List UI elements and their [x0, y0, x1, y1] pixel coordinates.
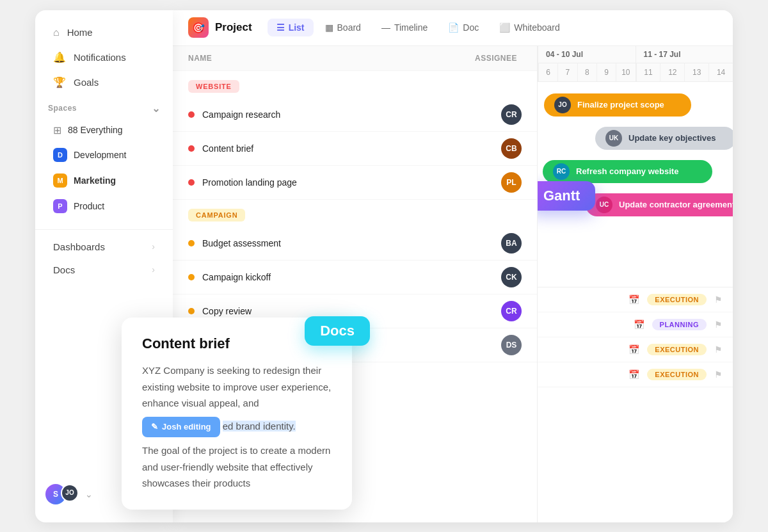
calendar-icon: 📅 — [628, 294, 639, 305]
list-icon: ☰ — [276, 22, 285, 33]
bar-label-3: Refresh company website — [576, 166, 678, 176]
campaign-badge: CAMPAIGN — [188, 209, 245, 222]
everything-count: 88 Everything — [68, 125, 123, 135]
marketing-badge: M — [53, 173, 67, 188]
sidebar-item-notifications-label: Notifications — [74, 52, 126, 63]
edit-icon: ✎ — [151, 420, 158, 434]
trophy-icon: 🏆 — [53, 76, 66, 88]
sidebar-item-goals-label: Goals — [74, 77, 99, 88]
right-row: 📅 PLANNING ⚑ — [538, 312, 733, 337]
dashboards-label: Dashboards — [53, 241, 144, 252]
gantt-day: 8 — [577, 63, 596, 81]
assignee-avatar: BA — [501, 233, 522, 254]
bell-icon: 🔔 — [53, 51, 66, 63]
bar-label-2: Update key objectives — [628, 133, 716, 143]
docs-label: Docs — [53, 264, 144, 275]
status-badge: PLANNING — [652, 319, 707, 330]
gantt-days-2: 11 12 13 14 — [636, 63, 733, 81]
task-dot — [188, 179, 195, 186]
gantt-bar-update: UK Update key objectives — [595, 127, 733, 150]
flag-icon: ⚑ — [714, 344, 723, 355]
tab-timeline[interactable]: ― Timeline — [372, 19, 436, 36]
task-row[interactable]: Campaign research CR — [173, 98, 537, 132]
task-row[interactable]: Budget assessment BA — [173, 227, 537, 261]
assignee-avatar: CR — [501, 104, 522, 125]
assignee-avatar: CR — [501, 301, 522, 321]
status-badge: EXECUTION — [647, 294, 707, 305]
chevron-down-icon: ⌄ — [85, 489, 93, 499]
gantt-panel: 04 - 10 Jul 6 7 8 9 10 11 - 17 Jul 11 — [538, 46, 733, 522]
docs-bubble: Docs — [305, 316, 370, 346]
sidebar-item-everything[interactable]: ⊞ 88 Everything — [40, 119, 168, 141]
avatar-secondary: JO — [61, 484, 79, 502]
flag-icon: ⚑ — [714, 294, 723, 305]
gantt-bar-finalize: JO Finalize project scope — [544, 93, 691, 117]
task-row[interactable]: Promotion landing page PL — [173, 166, 537, 200]
spaces-collapse-icon[interactable]: ⌄ — [152, 102, 161, 115]
calendar-icon: 📅 — [628, 369, 639, 380]
bar-avatar-1: JO — [554, 97, 571, 113]
gantt-label-bubble: Gantt — [538, 181, 595, 211]
project-title: Project — [215, 21, 252, 34]
docs-paragraph-2: The goal of the project is to create a m… — [142, 442, 332, 492]
week-label-1: 04 - 10 Jul — [538, 46, 636, 63]
task-row[interactable]: Content brief CB — [173, 132, 537, 166]
tab-doc[interactable]: 📄 Doc — [439, 19, 488, 36]
calendar-icon: 📅 — [628, 344, 639, 355]
gantt-day: 13 — [684, 63, 708, 81]
task-name: Campaign kickoff — [202, 272, 493, 282]
sidebar-item-marketing[interactable]: M Marketing — [40, 168, 168, 193]
avatar-container: S JO — [45, 484, 79, 504]
josh-editing-label: Josh editing — [162, 420, 211, 434]
doc-icon: 📄 — [448, 22, 459, 33]
sidebar-item-notifications[interactable]: 🔔 Notifications — [40, 45, 168, 69]
chevron-right-icon: › — [152, 241, 155, 252]
project-icon: 🎯 — [188, 17, 209, 38]
docs-paragraph-1: XYZ Company is seeking to redesign their… — [142, 362, 332, 412]
gantt-header: 04 - 10 Jul 6 7 8 9 10 11 - 17 Jul 11 — [538, 46, 733, 82]
col-assignee: ASSIGNEE — [470, 54, 522, 63]
grid-icon: ⊞ — [53, 124, 61, 136]
sidebar-item-product[interactable]: P Product — [40, 194, 168, 218]
assignee-avatar: CK — [501, 267, 522, 287]
board-icon: ▦ — [325, 22, 333, 33]
status-badge: EXECUTION — [647, 369, 707, 380]
timeline-icon: ― — [381, 22, 390, 33]
task-dot — [188, 308, 195, 314]
website-badge: WEBSITE — [188, 80, 239, 93]
gantt-days-1: 6 7 8 9 10 — [538, 63, 636, 81]
sidebar-item-goals[interactable]: 🏆 Goals — [40, 70, 168, 94]
gantt-day: 11 — [636, 63, 660, 81]
task-name: Campaign research — [202, 109, 493, 120]
task-row[interactable]: Campaign kickoff CK — [173, 261, 537, 294]
gantt-day: 10 — [616, 63, 635, 81]
flag-icon: ⚑ — [714, 319, 723, 330]
docs-highlighted-text: ed brand identity. — [223, 421, 296, 431]
task-dot — [188, 274, 195, 280]
tab-list[interactable]: ☰ List — [268, 19, 314, 36]
gantt-day: 9 — [596, 63, 616, 81]
sidebar-item-docs[interactable]: Docs › — [40, 259, 168, 281]
product-badge: P — [53, 199, 67, 213]
assignee-avatar: DS — [501, 335, 522, 355]
whiteboard-icon: ⬜ — [499, 22, 510, 33]
right-row: 📅 EXECUTION ⚑ — [538, 362, 733, 387]
sidebar-item-development[interactable]: D Development — [40, 143, 168, 167]
flag-icon: ⚑ — [714, 369, 723, 380]
gantt-bar-refresh: RC Refresh company website — [543, 160, 712, 183]
tab-whiteboard[interactable]: ⬜ Whiteboard — [490, 19, 569, 36]
gantt-body: JO Finalize project scope UK Update key … — [538, 82, 733, 287]
gantt-day: 7 — [557, 63, 577, 81]
task-dot — [188, 145, 195, 152]
sidebar-item-home[interactable]: ⌂ Home — [40, 21, 168, 44]
tab-board[interactable]: ▦ Board — [316, 19, 370, 36]
gantt-day: 12 — [660, 63, 684, 81]
task-name: Copy review — [202, 306, 493, 316]
sidebar-item-dashboards[interactable]: Dashboards › — [40, 236, 168, 258]
task-dot — [188, 240, 195, 246]
calendar-icon: 📅 — [634, 319, 644, 330]
bar-avatar-2: UK — [605, 130, 622, 147]
campaign-section-header: CAMPAIGN — [173, 200, 537, 227]
home-icon: ⌂ — [53, 27, 60, 38]
docs-overlay-title: Content brief — [142, 335, 332, 352]
